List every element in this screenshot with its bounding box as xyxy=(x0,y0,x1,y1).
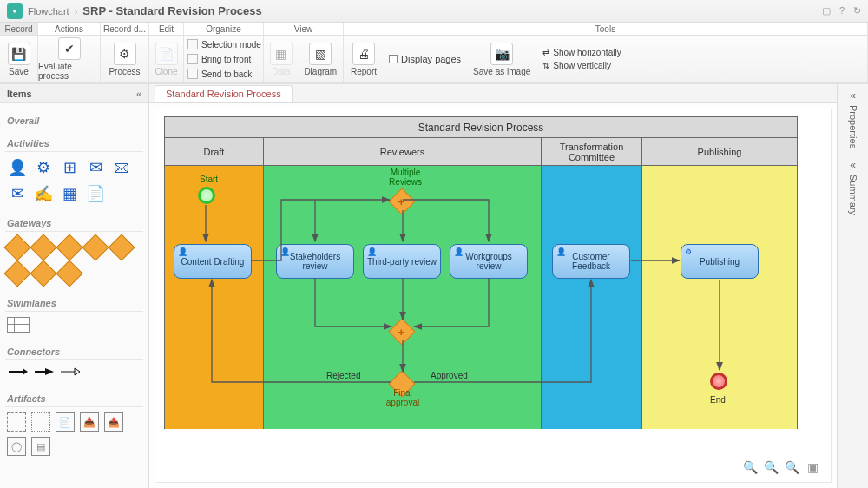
approved-label: Approved xyxy=(431,371,468,380)
category-artifacts[interactable]: Artifacts xyxy=(5,388,143,407)
task-third-party-review[interactable]: 👤Third-party review xyxy=(363,244,441,279)
gateway-parallel-icon[interactable] xyxy=(33,237,54,258)
service-task-icon[interactable]: ⚙ xyxy=(33,157,54,178)
task-content-drafting[interactable]: 👤 Content Drafting xyxy=(174,244,252,279)
save-button[interactable]: 💾 Save xyxy=(0,36,38,82)
add-task-icon[interactable]: ⊞ xyxy=(59,157,80,178)
message-flow-icon[interactable] xyxy=(59,366,80,379)
task-stakeholders-review[interactable]: 👤Stakeholders review xyxy=(276,244,354,279)
gateway-join[interactable]: + xyxy=(388,318,415,345)
zoom-fit-button[interactable]: ▣ xyxy=(805,459,820,475)
properties-panel-tab[interactable]: « Properties xyxy=(838,84,868,154)
lane-transformation-committee[interactable]: Transformation Committee 👤Customer Feedb… xyxy=(542,138,642,429)
bring-front-label: Bring to front xyxy=(201,55,251,64)
sequence-flow-icon[interactable] xyxy=(7,366,28,379)
swimlane-pool-icon[interactable] xyxy=(7,317,30,333)
bring-to-front-button[interactable]: Bring to front xyxy=(184,52,263,66)
receive-task-icon[interactable]: ✉ xyxy=(85,157,106,178)
end-event[interactable] xyxy=(710,373,727,390)
bring-front-icon xyxy=(187,54,198,64)
gateway-inclusive-icon[interactable] xyxy=(111,237,132,258)
task-customer-feedback[interactable]: 👤Customer Feedback xyxy=(552,244,630,279)
process-button[interactable]: ⚙ Process xyxy=(101,36,149,82)
ribbon-group-label-edit: Edit xyxy=(149,23,184,35)
report-icon: 🖨 xyxy=(352,43,375,65)
gateway-complex-icon[interactable] xyxy=(59,237,80,258)
gateway-xor-icon[interactable] xyxy=(33,263,54,284)
help-icon[interactable]: ? xyxy=(839,5,845,16)
message-task-icon[interactable]: ✉ xyxy=(7,183,28,204)
refresh-icon[interactable]: ↻ xyxy=(853,5,861,16)
data-input-icon[interactable]: 📥 xyxy=(80,412,99,432)
data-output-icon[interactable]: 📤 xyxy=(104,412,123,432)
gateway-or-icon[interactable] xyxy=(7,263,28,284)
group-artifact-icon[interactable] xyxy=(7,412,26,432)
data-icon: ▦ xyxy=(270,43,293,65)
right-panel-rail: « Properties « Summary xyxy=(837,84,868,488)
summary-panel-tab[interactable]: « Summary xyxy=(838,154,868,221)
data-store-icon[interactable]: ◯ xyxy=(7,437,26,456)
gateway-event-icon[interactable] xyxy=(85,237,106,258)
zoom-in-button[interactable]: 🔍 xyxy=(784,459,799,475)
evaluate-process-button[interactable]: ✔ Evaluate process xyxy=(38,36,101,82)
final-approval-label: Final approval xyxy=(385,388,420,407)
manual-task-icon[interactable]: ✍ xyxy=(33,183,54,204)
task-publishing[interactable]: ⚙Publishing xyxy=(681,244,759,279)
data-button: ▦ Data xyxy=(270,43,293,76)
document-tab-srp[interactable]: Standard Revision Process xyxy=(155,85,293,102)
canvas-viewport[interactable]: Standard Revision Process Draft Start 👤 … xyxy=(155,109,832,483)
lane-tc-header: Transformation Committee xyxy=(542,138,641,166)
user-marker-icon: 👤 xyxy=(367,247,377,256)
data-object-icon[interactable]: 📄 xyxy=(56,412,75,432)
service-marker-icon: ⚙ xyxy=(685,247,692,256)
display-pages-checkbox[interactable]: Display pages xyxy=(389,54,461,64)
annotation-artifact-icon[interactable] xyxy=(31,412,50,432)
process-label: Process xyxy=(108,67,140,76)
zoom-toolbar: 🔍 🔍 🔍 ▣ xyxy=(742,459,820,475)
default-flow-icon[interactable] xyxy=(33,366,54,379)
lane-draft[interactable]: Draft Start 👤 Content Drafting xyxy=(165,138,264,429)
lane-reviewers[interactable]: Reviewers Multiple Reviews + 👤Stakeholde… xyxy=(264,138,542,429)
ribbon: 💾 Save ✔ Evaluate process ⚙ Process 📄 Cl… xyxy=(0,36,868,84)
lane-publishing[interactable]: Publishing ⚙Publishing End xyxy=(642,138,797,429)
gateway-split[interactable]: + xyxy=(388,188,415,214)
gateway-and-icon[interactable] xyxy=(59,263,80,284)
report-button[interactable]: 🖨 Report xyxy=(351,43,377,76)
save-as-image-button[interactable]: 📷 Save as image xyxy=(473,43,530,76)
selection-mode-button[interactable]: Selection mode xyxy=(184,37,263,51)
checkbox-icon xyxy=(389,55,398,63)
multiple-reviews-label: Multiple Reviews xyxy=(375,168,436,187)
send-back-icon xyxy=(187,69,198,79)
business-rule-task-icon[interactable]: ▦ xyxy=(59,183,80,204)
show-horizontally-button[interactable]: ⇄Show horizontally xyxy=(542,48,621,57)
maximize-icon[interactable]: ▢ xyxy=(822,5,831,16)
pool-srp[interactable]: Standard Revision Process Draft Start 👤 … xyxy=(164,116,798,429)
properties-label: Properties xyxy=(848,105,858,148)
collection-icon[interactable]: ▤ xyxy=(31,437,50,456)
category-overall[interactable]: Overall xyxy=(5,110,143,129)
rejected-label: Rejected xyxy=(326,371,360,380)
clone-label: Clone xyxy=(155,67,177,76)
category-swimlanes[interactable]: Swimlanes xyxy=(5,293,143,312)
category-activities[interactable]: Activities xyxy=(5,133,143,152)
start-event[interactable] xyxy=(198,187,215,204)
category-gateways[interactable]: Gateways xyxy=(5,213,143,232)
zoom-out-button[interactable]: 🔍 xyxy=(742,459,758,475)
script-task-icon[interactable]: 📄 xyxy=(85,183,106,204)
app-logo-icon: ● xyxy=(7,3,23,19)
send-to-back-button[interactable]: Send to back xyxy=(184,67,263,81)
gateway-exclusive-icon[interactable] xyxy=(7,237,28,258)
user-task-icon[interactable]: 👤 xyxy=(7,157,28,178)
task-publishing-label: Publishing xyxy=(700,257,740,267)
evaluate-icon: ✔ xyxy=(58,37,81,60)
show-vertically-button[interactable]: ⇅Show vertically xyxy=(542,61,621,70)
category-connectors[interactable]: Connectors xyxy=(5,341,143,360)
svg-marker-3 xyxy=(45,368,54,375)
collapse-items-icon[interactable]: « xyxy=(136,89,141,99)
diagram-canvas[interactable]: Standard Revision Process Draft Start 👤 … xyxy=(155,109,815,474)
breadcrumb-app[interactable]: Flowchart xyxy=(28,6,69,16)
diagram-button[interactable]: ▧ Diagram xyxy=(304,43,337,76)
send-task-icon[interactable]: 🖂 xyxy=(111,157,132,178)
zoom-reset-button[interactable]: 🔍 xyxy=(763,459,779,475)
task-workgroups-review[interactable]: 👤Workgroups review xyxy=(450,244,528,279)
